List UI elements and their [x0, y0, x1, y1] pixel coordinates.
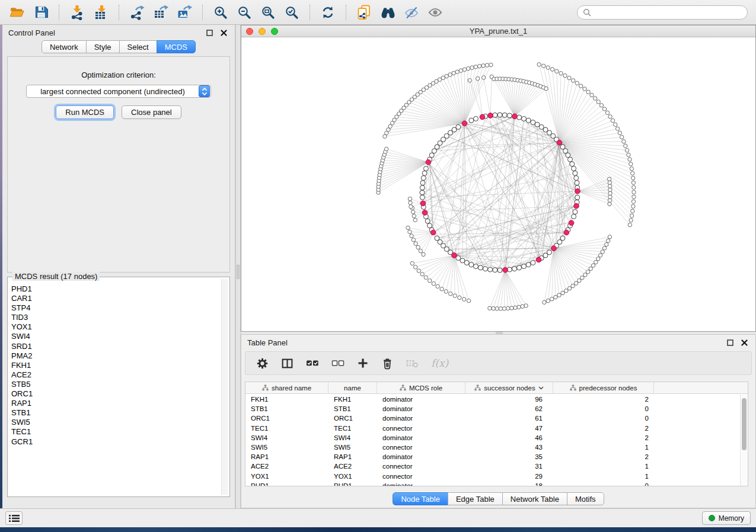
network-leaf-node[interactable] [452, 71, 455, 75]
network-leaf-node[interactable] [602, 246, 606, 250]
cell-name[interactable]: RAP1 [328, 453, 377, 460]
network-leaf-node[interactable] [608, 195, 612, 198]
network-hub-node[interactable] [536, 257, 541, 262]
clone-network-button[interactable] [353, 3, 375, 22]
cell-shared_name[interactable]: FKH1 [245, 396, 328, 403]
network-leaf-node[interactable] [410, 261, 414, 265]
network-leaf-node[interactable] [575, 81, 579, 85]
network-leaf-node[interactable] [620, 135, 624, 139]
cell-successor_nodes[interactable]: 46 [465, 434, 553, 441]
zoom-selected-button[interactable] [280, 3, 303, 22]
cell-name[interactable]: SWI5 [328, 444, 377, 451]
network-leaf-node[interactable] [630, 167, 633, 171]
network-leaf-node[interactable] [605, 111, 609, 114]
network-leaf-node[interactable] [632, 190, 636, 194]
network-leaf-node[interactable] [470, 66, 474, 69]
network-leaf-node[interactable] [524, 304, 528, 307]
mcds-result-item[interactable]: SWI4 [11, 332, 219, 341]
network-hub-node[interactable] [569, 220, 574, 226]
network-leaf-node[interactable] [571, 284, 575, 287]
network-node[interactable] [522, 116, 527, 121]
network-leaf-node[interactable] [422, 252, 425, 256]
network-leaf-node[interactable] [555, 69, 559, 73]
network-leaf-node[interactable] [579, 84, 583, 88]
network-leaf-node[interactable] [630, 214, 633, 217]
run-mcds-button[interactable]: Run MCDS [56, 105, 114, 119]
network-leaf-node[interactable] [436, 284, 439, 288]
network-leaf-node[interactable] [590, 93, 594, 97]
network-leaf-node[interactable] [414, 242, 417, 245]
network-leaf-node[interactable] [563, 73, 567, 77]
network-node[interactable] [422, 171, 427, 175]
network-node[interactable] [497, 113, 502, 117]
network-leaf-node[interactable] [631, 200, 635, 203]
network-leaf-node[interactable] [594, 97, 597, 100]
tab-style[interactable]: Style [86, 40, 120, 53]
network-node[interactable] [573, 171, 578, 175]
delete-column-button[interactable] [381, 357, 393, 370]
network-leaf-node[interactable] [506, 306, 510, 310]
cell-shared_name[interactable]: STB1 [245, 405, 328, 412]
mcds-result-item[interactable]: ORC1 [11, 389, 219, 399]
network-node[interactable] [460, 258, 465, 263]
network-leaf-node[interactable] [596, 257, 600, 261]
network-leaf-node[interactable] [586, 270, 589, 274]
mcds-result-item[interactable]: FKH1 [11, 361, 219, 370]
network-leaf-node[interactable] [631, 209, 634, 213]
network-leaf-node[interactable] [408, 197, 412, 200]
network-leaf-node[interactable] [476, 76, 479, 80]
mcds-result-item[interactable]: SWI5 [11, 418, 219, 427]
tab-mcds[interactable]: MCDS [157, 40, 196, 53]
network-leaf-node[interactable] [631, 176, 635, 180]
show-columns-button[interactable] [281, 357, 294, 370]
window-close-icon[interactable] [246, 28, 253, 35]
network-leaf-node[interactable] [419, 249, 422, 252]
network-hub-node[interactable] [557, 140, 562, 146]
network-leaf-node[interactable] [444, 290, 448, 293]
network-leaf-node[interactable] [543, 300, 546, 304]
network-leaf-node[interactable] [449, 292, 452, 296]
network-leaf-node[interactable] [631, 171, 634, 175]
cell-name[interactable]: SWI4 [328, 434, 377, 441]
network-node[interactable] [493, 113, 497, 117]
mcds-result-item[interactable]: ACE2 [11, 370, 219, 380]
network-node[interactable] [483, 267, 488, 271]
network-hub-node[interactable] [452, 253, 457, 258]
network-hub-node[interactable] [420, 201, 426, 206]
network-leaf-node[interactable] [607, 177, 611, 181]
network-hub-node[interactable] [503, 267, 508, 273]
network-leaf-node[interactable] [482, 76, 486, 79]
save-session-button[interactable] [30, 3, 52, 22]
mcds-result-item[interactable]: SRD1 [11, 342, 219, 351]
network-leaf-node[interactable] [625, 149, 629, 152]
network-leaf-node[interactable] [632, 185, 636, 189]
cell-successor_nodes[interactable]: 43 [465, 444, 553, 451]
network-leaf-node[interactable] [448, 73, 452, 76]
cell-name[interactable]: STB1 [328, 405, 377, 412]
network-leaf-node[interactable] [608, 202, 611, 206]
cell-predecessor_nodes[interactable]: 2 [553, 453, 654, 460]
network-node[interactable] [425, 219, 430, 223]
network-leaf-node[interactable] [502, 307, 506, 310]
network-leaf-node[interactable] [424, 275, 428, 279]
network-canvas[interactable] [241, 37, 755, 331]
network-node[interactable] [572, 166, 576, 171]
cell-predecessor_nodes[interactable]: 1 [553, 473, 654, 480]
cell-mcds_role[interactable]: dominator [377, 482, 465, 486]
float-panel-button[interactable] [725, 337, 735, 348]
tab-motifs[interactable]: Motifs [567, 492, 604, 505]
network-leaf-node[interactable] [594, 260, 598, 264]
mcds-result-item[interactable]: TEC1 [11, 427, 219, 437]
deselect-all-button[interactable] [331, 357, 344, 369]
import-network-button[interactable] [66, 3, 88, 22]
network-leaf-node[interactable] [627, 153, 630, 156]
table-row[interactable]: YOX1YOX1connector291 [245, 472, 740, 481]
network-leaf-node[interactable] [608, 198, 611, 202]
network-hub-node[interactable] [422, 210, 428, 216]
network-leaf-node[interactable] [412, 214, 416, 218]
table-row[interactable]: FKH1FKH1dominator962 [245, 395, 740, 404]
export-table-button[interactable] [149, 3, 172, 22]
function-builder-button[interactable]: f(x) [431, 357, 448, 369]
network-node[interactable] [572, 214, 576, 219]
cell-mcds_role[interactable]: dominator [377, 415, 465, 422]
